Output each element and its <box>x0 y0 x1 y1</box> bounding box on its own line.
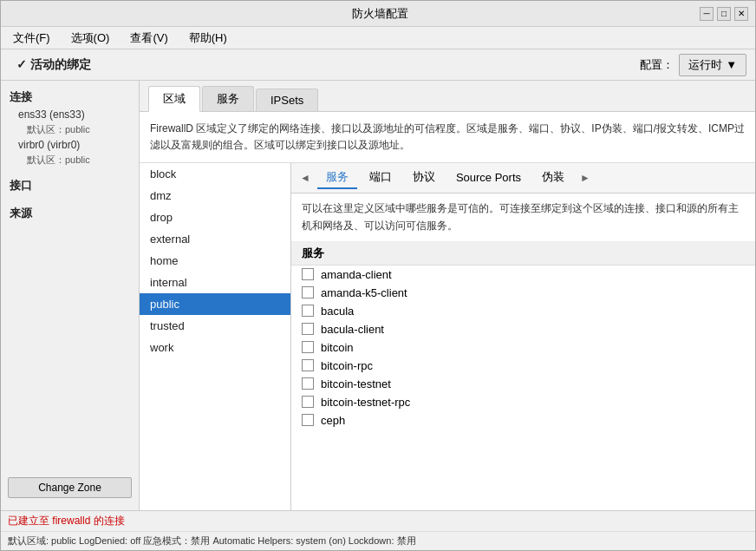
service-name-bitcoin-rpc: bitcoin-rpc <box>321 359 373 372</box>
zone-tabs: ◄ 服务 端口 协议 Source Ports 伪装 ► <box>291 163 755 194</box>
service-name-amanda-k5-client: amanda-k5-client <box>321 286 407 299</box>
checkbox-bitcoin-testnet[interactable] <box>302 377 314 390</box>
zone-tab-right-arrow[interactable]: ► <box>577 172 594 184</box>
service-name-amanda-client: amanda-client <box>321 268 392 281</box>
config-dropdown[interactable]: 运行时 ▼ <box>679 54 746 76</box>
change-zone-button[interactable]: Change Zone <box>8 477 132 498</box>
service-name-bacula-client: bacula-client <box>321 323 384 336</box>
checkbox-amanda-k5-client[interactable] <box>302 286 314 298</box>
statusbar: 已建立至 firewalld 的连接 默认区域: public LogDenie… <box>1 510 755 550</box>
tab-ipsets[interactable]: IPSets <box>256 89 318 111</box>
service-bitcoin-testnet-rpc[interactable]: bitcoin-testnet-rpc <box>291 393 755 411</box>
service-name-bacula: bacula <box>321 305 354 318</box>
zone-detail: ◄ 服务 端口 协议 Source Ports 伪装 ► 可以在这里定义区域中哪… <box>291 163 755 510</box>
service-amanda-k5-client[interactable]: amanda-k5-client <box>291 284 755 302</box>
right-panel: 区域 服务 IPSets FirewallD 区域定义了绑定的网络连接、接口以及… <box>140 81 755 510</box>
menu-help[interactable]: 帮助(H) <box>182 29 234 48</box>
menubar: 文件(F) 选项(O) 查看(V) 帮助(H) <box>1 27 755 49</box>
zone-area: block dmz drop external home internal pu… <box>140 163 755 510</box>
service-name-bitcoin-testnet-rpc: bitcoin-testnet-rpc <box>321 396 410 409</box>
main-content: 连接 ens33 (ens33) 默认区：public virbr0 (virb… <box>1 81 755 510</box>
sidebar-bottom: Change Zone <box>1 470 139 505</box>
zone-tab-masquerade[interactable]: 伪装 <box>533 167 573 189</box>
service-name-ceph: ceph <box>321 414 345 427</box>
zone-tab-ports[interactable]: 端口 <box>361 167 401 189</box>
service-name-bitcoin: bitcoin <box>321 341 354 354</box>
service-bitcoin[interactable]: bitcoin <box>291 338 755 357</box>
menu-file[interactable]: 文件(F) <box>6 29 57 48</box>
sidebar-item-ens33[interactable]: ens33 (ens33) <box>1 107 139 122</box>
zone-trusted[interactable]: trusted <box>140 315 290 337</box>
zone-list: block dmz drop external home internal pu… <box>140 163 291 510</box>
sidebar-item-virbr0[interactable]: virbr0 (virbr0) <box>1 137 139 153</box>
zone-tab-source-ports[interactable]: Source Ports <box>447 168 530 188</box>
zone-block[interactable]: block <box>140 163 290 185</box>
zone-home[interactable]: home <box>140 250 290 272</box>
sidebar: 连接 ens33 (ens33) 默认区：public virbr0 (virb… <box>1 81 140 510</box>
zone-external[interactable]: external <box>140 228 290 250</box>
service-bitcoin-testnet[interactable]: bitcoin-testnet <box>291 375 755 393</box>
top-tabs: 区域 服务 IPSets <box>140 81 755 112</box>
checkbox-bitcoin[interactable] <box>302 341 314 353</box>
statusbar-connection: 已建立至 firewalld 的连接 <box>1 511 755 532</box>
service-bacula-client[interactable]: bacula-client <box>291 320 755 338</box>
zone-tab-services[interactable]: 服务 <box>317 167 357 189</box>
zone-internal[interactable]: internal <box>140 272 290 293</box>
tab-services[interactable]: 服务 <box>202 86 254 111</box>
menu-view[interactable]: 查看(V) <box>123 29 174 48</box>
service-bitcoin-rpc[interactable]: bitcoin-rpc <box>291 357 755 375</box>
zone-dmz[interactable]: dmz <box>140 185 290 207</box>
checkbox-bacula[interactable] <box>302 305 314 317</box>
close-button[interactable]: ✕ <box>734 7 748 21</box>
sidebar-section-source: 来源 <box>1 202 139 223</box>
services-table-header: 服务 <box>291 242 755 266</box>
service-description: 可以在这里定义区域中哪些服务是可信的。可连接至绑定到这个区域的连接、接口和源的所… <box>291 194 755 241</box>
service-name-bitcoin-testnet: bitcoin-testnet <box>321 377 391 390</box>
minimize-button[interactable]: ─ <box>700 7 714 21</box>
zone-tab-protocol[interactable]: 协议 <box>404 167 444 189</box>
dropdown-arrow: ▼ <box>726 58 737 71</box>
window-title: 防火墙配置 <box>60 6 700 22</box>
statusbar-info: 默认区域: public LogDenied: off 应急模式：禁用 Auto… <box>1 532 755 550</box>
sidebar-item-ens33-default: 默认区：public <box>1 122 139 137</box>
config-label: 配置： <box>640 57 674 73</box>
service-ceph[interactable]: ceph <box>291 411 755 430</box>
active-binding-label: ✓ 活动的绑定 <box>10 54 98 76</box>
zone-drop[interactable]: drop <box>140 207 290 228</box>
checkbox-ceph[interactable] <box>302 414 314 426</box>
tab-zones[interactable]: 区域 <box>148 86 200 112</box>
sidebar-section-connections: 连接 <box>1 86 139 107</box>
zone-tab-left-arrow[interactable]: ◄ <box>297 172 314 184</box>
menu-options[interactable]: 选项(O) <box>64 29 117 48</box>
zone-description: FirewallD 区域定义了绑定的网络连接、接口以及源地址的可信程度。区域是服… <box>140 112 755 163</box>
config-value: 运行时 <box>688 57 722 73</box>
checkbox-bitcoin-testnet-rpc[interactable] <box>302 396 314 408</box>
service-amanda-client[interactable]: amanda-client <box>291 266 755 284</box>
sidebar-section-interface: 接口 <box>1 174 139 195</box>
checkbox-amanda-client[interactable] <box>302 268 314 280</box>
zone-work[interactable]: work <box>140 337 290 358</box>
service-bacula[interactable]: bacula <box>291 302 755 320</box>
zone-public[interactable]: public <box>140 293 290 315</box>
sidebar-item-virbr0-default: 默认区：public <box>1 153 139 167</box>
window-controls: ─ □ ✕ <box>700 7 748 21</box>
maximize-button[interactable]: □ <box>717 7 731 21</box>
services-list: amanda-client amanda-k5-client bacula <box>291 266 755 510</box>
checkbox-bacula-client[interactable] <box>302 323 314 335</box>
main-window: 防火墙配置 ─ □ ✕ 文件(F) 选项(O) 查看(V) 帮助(H) ✓ 活动… <box>0 0 756 551</box>
configbar: ✓ 活动的绑定 配置： 运行时 ▼ <box>1 49 755 81</box>
titlebar: 防火墙配置 ─ □ ✕ <box>1 1 755 27</box>
checkbox-bitcoin-rpc[interactable] <box>302 359 314 371</box>
